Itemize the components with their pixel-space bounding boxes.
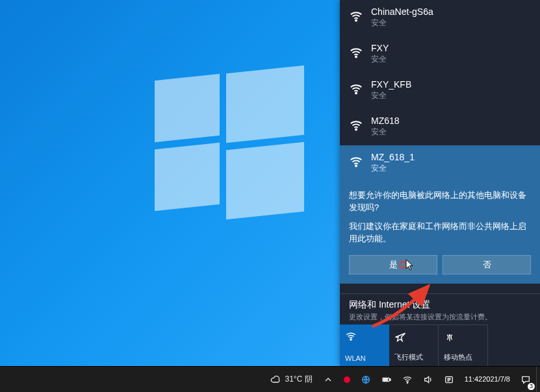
network-status: 安全: [371, 54, 389, 65]
windows-logo: [155, 69, 304, 219]
tray-battery[interactable]: [376, 367, 397, 393]
svg-point-4: [355, 165, 357, 166]
weather-text: 31°C 阴: [285, 374, 312, 385]
wifi-icon: [349, 118, 363, 132]
svg-point-3: [355, 129, 357, 130]
tray-record[interactable]: [339, 367, 355, 393]
weather-widget[interactable]: 31°C 阴: [265, 367, 317, 393]
tray-wifi[interactable]: [397, 367, 418, 393]
time-text: 11:42: [465, 375, 483, 383]
svg-rect-10: [383, 378, 387, 380]
taskbar: 31°C 阴 11:42 2021/7/8 3: [0, 366, 540, 392]
svg-point-1: [355, 56, 357, 57]
wifi-icon: [349, 82, 363, 96]
network-status: 安全: [371, 127, 400, 138]
no-button[interactable]: 否: [443, 255, 531, 275]
chevron-up-icon: [323, 374, 333, 385]
date-text: 2021/7/8: [482, 375, 510, 383]
clock[interactable]: 11:42 2021/7/8: [459, 367, 515, 393]
network-name: ChinaNet-gS6a: [371, 6, 433, 17]
volume-icon: [423, 374, 433, 385]
prompt-buttons: 是 否: [340, 250, 540, 284]
network-status: 安全: [371, 163, 415, 174]
battery-icon: [381, 374, 392, 385]
prompt-text-2: 我们建议你在家庭和工作网络而非公共网络上启用此功能。: [349, 221, 531, 245]
settings-subtitle: 更改设置，例如将某连接设置为按流量计费。: [349, 312, 531, 322]
quick-action-tiles: WLAN 飞行模式 移动热点: [340, 325, 540, 366]
network-item[interactable]: FXY 安全: [340, 36, 540, 73]
network-name: MZ618: [371, 116, 400, 126]
no-button-label: 否: [483, 259, 491, 271]
tile-airplane[interactable]: 飞行模式: [389, 325, 439, 366]
tray-ime[interactable]: [439, 367, 459, 393]
network-item-selected[interactable]: MZ_618_1 安全: [340, 145, 540, 182]
cloud-icon: [270, 374, 281, 385]
ime-icon: [444, 374, 454, 385]
tile-label: 移动热点: [444, 352, 472, 362]
tile-label: 飞行模式: [394, 352, 423, 362]
cursor-icon: [405, 259, 415, 271]
show-desktop[interactable]: [536, 367, 540, 393]
annotation-circle-icon: [399, 261, 407, 269]
network-discovery-prompt: 想要允许你的电脑被此网络上的其他电脑和设备发现吗? 我们建议你在家庭和工作网络而…: [340, 182, 540, 250]
action-center[interactable]: 3: [515, 367, 536, 393]
notification-badge: 3: [528, 383, 535, 390]
network-name: FXY_KFB: [371, 79, 411, 90]
network-item[interactable]: MZ618 安全: [340, 109, 540, 145]
network-item[interactable]: ChinaNet-gS6a 安全: [340, 0, 540, 36]
wifi-icon: [349, 9, 363, 23]
record-icon: [344, 376, 350, 383]
wifi-icon: [349, 154, 363, 169]
network-name: MZ_618_1: [371, 152, 415, 162]
network-item[interactable]: FXY_KFB 安全: [340, 73, 540, 109]
yes-button[interactable]: 是: [349, 255, 437, 275]
svg-point-0: [355, 19, 357, 21]
network-settings-link[interactable]: 网络和 Internet 设置 更改设置，例如将某连接设置为按流量计费。: [340, 293, 540, 325]
network-status: 安全: [371, 90, 411, 101]
svg-rect-9: [389, 378, 390, 380]
svg-point-11: [407, 382, 408, 383]
network-list: ChinaNet-gS6a 安全 FXY 安全 FXY_KFB 安全: [340, 0, 540, 293]
prompt-text-1: 想要允许你的电脑被此网络上的其他电脑和设备发现吗?: [349, 190, 531, 214]
tray-overflow[interactable]: [318, 367, 339, 393]
tile-hotspot[interactable]: 移动热点: [439, 325, 488, 366]
network-status: 安全: [371, 18, 433, 29]
svg-point-5: [350, 339, 352, 340]
wifi-icon: [402, 374, 413, 385]
yes-button-label: 是: [389, 259, 398, 271]
tray-app[interactable]: [355, 367, 376, 393]
airplane-icon: [394, 330, 406, 342]
hotspot-icon: [444, 330, 456, 342]
wifi-icon: [349, 45, 363, 60]
browser-icon: [361, 374, 371, 385]
tile-wlan[interactable]: WLAN: [340, 325, 389, 366]
svg-point-6: [449, 335, 450, 336]
svg-point-2: [355, 92, 357, 93]
network-name: FXY: [371, 43, 389, 53]
tray-volume[interactable]: [418, 367, 439, 393]
desktop: ChinaNet-gS6a 安全 FXY 安全 FXY_KFB 安全: [0, 0, 540, 392]
settings-title: 网络和 Internet 设置: [349, 299, 531, 311]
network-flyout: ChinaNet-gS6a 安全 FXY 安全 FXY_KFB 安全: [340, 0, 540, 366]
wifi-icon: [345, 330, 357, 342]
tile-label: WLAN: [345, 354, 366, 362]
